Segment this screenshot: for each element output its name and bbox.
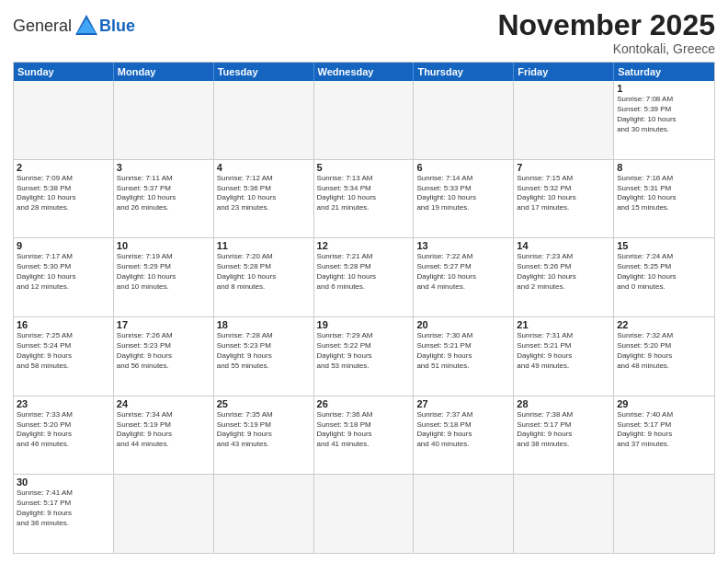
empty-cell xyxy=(214,475,314,553)
day-cell-20: 20Sunrise: 7:30 AM Sunset: 5:21 PM Dayli… xyxy=(414,317,514,396)
day-info: Sunrise: 7:17 AM Sunset: 5:30 PM Dayligh… xyxy=(17,252,110,292)
day-info: Sunrise: 7:35 AM Sunset: 5:19 PM Dayligh… xyxy=(217,410,311,450)
day-cell-23: 23Sunrise: 7:33 AM Sunset: 5:20 PM Dayli… xyxy=(14,396,114,475)
day-number: 29 xyxy=(617,398,711,409)
day-info: Sunrise: 7:21 AM Sunset: 5:28 PM Dayligh… xyxy=(317,252,411,292)
empty-cell xyxy=(314,475,415,553)
header-day-thursday: Thursday xyxy=(414,63,514,81)
day-cell-6: 6Sunrise: 7:14 AM Sunset: 5:33 PM Daylig… xyxy=(414,160,514,238)
day-number: 26 xyxy=(317,398,411,409)
day-cell-24: 24Sunrise: 7:34 AM Sunset: 5:19 PM Dayli… xyxy=(114,396,214,475)
day-info: Sunrise: 7:22 AM Sunset: 5:27 PM Dayligh… xyxy=(416,252,510,292)
day-cell-27: 27Sunrise: 7:37 AM Sunset: 5:18 PM Dayli… xyxy=(414,396,514,475)
day-cell-13: 13Sunrise: 7:22 AM Sunset: 5:27 PM Dayli… xyxy=(414,238,514,316)
day-cell-25: 25Sunrise: 7:35 AM Sunset: 5:19 PM Dayli… xyxy=(214,396,314,475)
day-number: 11 xyxy=(217,240,311,251)
day-number: 16 xyxy=(17,319,110,330)
week-row-2: 9Sunrise: 7:17 AM Sunset: 5:30 PM Daylig… xyxy=(14,238,714,317)
month-title: November 2025 xyxy=(497,9,715,41)
empty-cell xyxy=(214,81,314,159)
empty-cell xyxy=(514,475,614,553)
day-cell-16: 16Sunrise: 7:25 AM Sunset: 5:24 PM Dayli… xyxy=(14,317,114,396)
day-number: 14 xyxy=(517,240,610,251)
day-number: 23 xyxy=(17,398,110,409)
day-info: Sunrise: 7:09 AM Sunset: 5:38 PM Dayligh… xyxy=(17,174,110,213)
day-info: Sunrise: 7:08 AM Sunset: 5:39 PM Dayligh… xyxy=(617,95,711,134)
day-info: Sunrise: 7:13 AM Sunset: 5:34 PM Dayligh… xyxy=(317,174,411,213)
day-cell-7: 7Sunrise: 7:15 AM Sunset: 5:32 PM Daylig… xyxy=(514,160,614,238)
day-info: Sunrise: 7:16 AM Sunset: 5:31 PM Dayligh… xyxy=(617,174,711,213)
day-number: 4 xyxy=(217,162,311,173)
header-day-sunday: Sunday xyxy=(14,63,114,81)
day-info: Sunrise: 7:19 AM Sunset: 5:29 PM Dayligh… xyxy=(117,252,210,292)
day-cell-4: 4Sunrise: 7:12 AM Sunset: 5:36 PM Daylig… xyxy=(214,160,314,238)
day-cell-29: 29Sunrise: 7:40 AM Sunset: 5:17 PM Dayli… xyxy=(614,396,714,475)
day-info: Sunrise: 7:36 AM Sunset: 5:18 PM Dayligh… xyxy=(317,410,411,450)
day-info: Sunrise: 7:11 AM Sunset: 5:37 PM Dayligh… xyxy=(117,174,210,213)
day-cell-15: 15Sunrise: 7:24 AM Sunset: 5:25 PM Dayli… xyxy=(614,238,714,316)
day-number: 15 xyxy=(617,240,711,251)
day-number: 22 xyxy=(617,319,711,330)
day-number: 12 xyxy=(317,240,411,251)
day-cell-11: 11Sunrise: 7:20 AM Sunset: 5:28 PM Dayli… xyxy=(214,238,314,316)
day-number: 1 xyxy=(617,83,711,94)
week-row-1: 2Sunrise: 7:09 AM Sunset: 5:38 PM Daylig… xyxy=(14,160,714,239)
day-number: 27 xyxy=(416,398,510,409)
day-cell-2: 2Sunrise: 7:09 AM Sunset: 5:38 PM Daylig… xyxy=(14,160,114,238)
day-number: 7 xyxy=(517,162,610,173)
day-number: 9 xyxy=(17,240,110,251)
week-row-0: 1Sunrise: 7:08 AM Sunset: 5:39 PM Daylig… xyxy=(14,81,714,160)
day-cell-1: 1Sunrise: 7:08 AM Sunset: 5:39 PM Daylig… xyxy=(614,81,714,159)
title-area: November 2025 Kontokali, Greece xyxy=(497,9,715,56)
logo-general-text: General xyxy=(13,17,72,36)
day-cell-12: 12Sunrise: 7:21 AM Sunset: 5:28 PM Dayli… xyxy=(314,238,415,316)
day-cell-28: 28Sunrise: 7:38 AM Sunset: 5:17 PM Dayli… xyxy=(514,396,614,475)
empty-cell xyxy=(14,81,114,159)
week-row-5: 30Sunrise: 7:41 AM Sunset: 5:17 PM Dayli… xyxy=(14,475,714,553)
calendar-body: 1Sunrise: 7:08 AM Sunset: 5:39 PM Daylig… xyxy=(14,81,714,553)
location: Kontokali, Greece xyxy=(497,41,715,56)
day-info: Sunrise: 7:24 AM Sunset: 5:25 PM Dayligh… xyxy=(617,252,711,292)
day-cell-3: 3Sunrise: 7:11 AM Sunset: 5:37 PM Daylig… xyxy=(114,160,214,238)
day-number: 20 xyxy=(416,319,510,330)
day-number: 8 xyxy=(617,162,711,173)
header: General Blue November 2025 Kontokali, Gr… xyxy=(13,9,715,56)
day-cell-30: 30Sunrise: 7:41 AM Sunset: 5:17 PM Dayli… xyxy=(14,475,114,553)
day-info: Sunrise: 7:25 AM Sunset: 5:24 PM Dayligh… xyxy=(17,331,110,371)
day-cell-18: 18Sunrise: 7:28 AM Sunset: 5:23 PM Dayli… xyxy=(214,317,314,396)
day-info: Sunrise: 7:32 AM Sunset: 5:20 PM Dayligh… xyxy=(617,331,711,371)
day-number: 18 xyxy=(217,319,311,330)
week-row-3: 16Sunrise: 7:25 AM Sunset: 5:24 PM Dayli… xyxy=(14,317,714,396)
day-cell-10: 10Sunrise: 7:19 AM Sunset: 5:29 PM Dayli… xyxy=(114,238,214,316)
day-info: Sunrise: 7:28 AM Sunset: 5:23 PM Dayligh… xyxy=(217,331,311,371)
logo-blue-text: Blue xyxy=(99,17,135,36)
empty-cell xyxy=(514,81,614,159)
empty-cell xyxy=(114,475,214,553)
calendar-header: SundayMondayTuesdayWednesdayThursdayFrid… xyxy=(14,63,714,81)
page: General Blue November 2025 Kontokali, Gr… xyxy=(0,0,728,563)
day-number: 24 xyxy=(117,398,210,409)
day-number: 25 xyxy=(217,398,311,409)
header-day-saturday: Saturday xyxy=(614,63,714,81)
empty-cell xyxy=(414,81,514,159)
header-day-monday: Monday xyxy=(114,63,214,81)
empty-cell xyxy=(314,81,415,159)
day-info: Sunrise: 7:41 AM Sunset: 5:17 PM Dayligh… xyxy=(17,488,110,528)
day-number: 6 xyxy=(416,162,510,173)
day-number: 19 xyxy=(317,319,411,330)
day-cell-26: 26Sunrise: 7:36 AM Sunset: 5:18 PM Dayli… xyxy=(314,396,415,475)
day-info: Sunrise: 7:30 AM Sunset: 5:21 PM Dayligh… xyxy=(416,331,510,371)
empty-cell xyxy=(414,475,514,553)
day-number: 21 xyxy=(517,319,610,330)
day-info: Sunrise: 7:31 AM Sunset: 5:21 PM Dayligh… xyxy=(517,331,610,371)
day-info: Sunrise: 7:33 AM Sunset: 5:20 PM Dayligh… xyxy=(17,410,110,450)
day-number: 10 xyxy=(117,240,210,251)
day-number: 3 xyxy=(117,162,210,173)
empty-cell xyxy=(614,475,714,553)
empty-cell xyxy=(114,81,214,159)
day-cell-22: 22Sunrise: 7:32 AM Sunset: 5:20 PM Dayli… xyxy=(614,317,714,396)
day-cell-14: 14Sunrise: 7:23 AM Sunset: 5:26 PM Dayli… xyxy=(514,238,614,316)
day-info: Sunrise: 7:38 AM Sunset: 5:17 PM Dayligh… xyxy=(517,410,610,450)
header-day-wednesday: Wednesday xyxy=(314,63,415,81)
day-info: Sunrise: 7:12 AM Sunset: 5:36 PM Dayligh… xyxy=(217,174,311,213)
